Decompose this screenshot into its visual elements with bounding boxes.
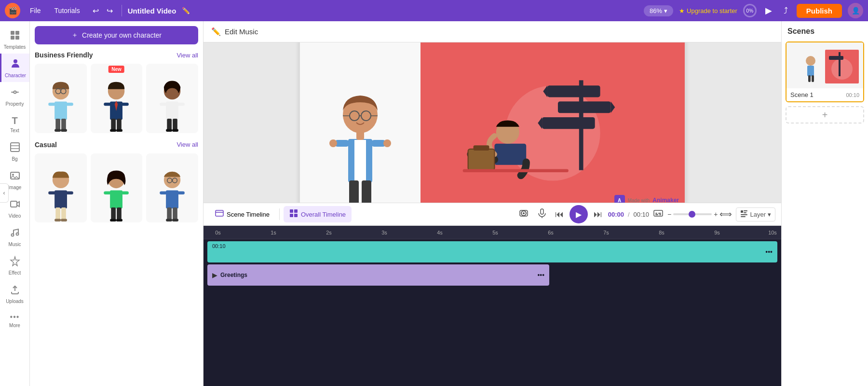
undo-button[interactable]: ↩ — [90, 4, 102, 17]
sidebar-item-uploads[interactable]: Uploads — [0, 279, 29, 308]
expand-timeline-button[interactable]: ⟺ — [719, 209, 732, 220]
svg-rect-46 — [54, 219, 61, 221]
char-card-c1[interactable] — [35, 153, 87, 223]
more-icon: ••• — [10, 313, 20, 321]
canvas-character-area — [300, 42, 420, 203]
svg-point-79 — [383, 139, 391, 147]
layer-button[interactable]: Layer ▾ — [736, 207, 775, 221]
title-edit-icon[interactable]: ✏️ — [182, 7, 190, 14]
star-icon: ★ — [679, 7, 685, 14]
char-card-c2[interactable] — [91, 153, 143, 223]
overall-timeline-tab[interactable]: Overall Timeline — [284, 206, 352, 222]
svg-rect-58 — [122, 192, 129, 194]
edit-music-bar: ✏️ Edit Music — [203, 21, 781, 42]
svg-rect-116 — [659, 214, 661, 215]
char-card-c3[interactable] — [146, 153, 198, 223]
greetings-label: Greetings — [220, 272, 247, 278]
publish-button[interactable]: Publish — [797, 4, 842, 18]
zoom-control[interactable]: 86% ▾ — [644, 5, 673, 16]
text-label: Text — [10, 128, 19, 133]
business-section-title: Business Friendly — [35, 51, 93, 59]
ruler-0s: 0s — [215, 230, 221, 235]
user-avatar[interactable]: 👤 — [848, 3, 863, 18]
skip-forward-button[interactable]: ⏭ — [592, 207, 604, 221]
zoom-chevron-icon: ▾ — [664, 7, 667, 14]
tutorials-menu[interactable]: Tutorials — [51, 5, 84, 16]
progress-circle[interactable]: 0% — [743, 4, 757, 17]
camera-button[interactable] — [516, 206, 531, 223]
upgrade-button[interactable]: ★ Upgrade to starter — [679, 7, 737, 14]
canvas-container: A Made with Animaker — [203, 42, 781, 203]
panel-collapse-button[interactable]: ‹ — [0, 183, 9, 203]
sidebar-item-effect[interactable]: Effect — [0, 251, 29, 279]
time-separator: / — [628, 211, 630, 218]
track-options-icon[interactable]: ••• — [765, 248, 773, 256]
svg-rect-39 — [172, 129, 178, 132]
char-card-bf3[interactable] — [146, 64, 198, 133]
scene-card-1[interactable]: Scene 1 00:10 — [786, 41, 864, 102]
skip-back-button[interactable]: ⏮ — [553, 207, 566, 221]
svg-rect-59 — [166, 190, 178, 208]
svg-rect-125 — [808, 75, 811, 82]
sidebar-item-character[interactable]: Character — [0, 54, 29, 82]
music-icon — [10, 227, 20, 240]
layer-icon — [740, 210, 748, 219]
svg-point-88 — [505, 85, 600, 180]
svg-rect-121 — [741, 216, 746, 217]
svg-rect-18 — [54, 129, 61, 132]
sidebar-item-more[interactable]: ••• More — [0, 308, 29, 332]
casual-view-all[interactable]: View all — [176, 141, 198, 148]
svg-rect-37 — [173, 119, 177, 130]
file-menu[interactable]: File — [26, 5, 45, 16]
image-label: Image — [8, 185, 22, 190]
canvas-wrapper[interactable]: A Made with Animaker — [299, 42, 685, 203]
zoom-in-button[interactable]: + — [714, 210, 718, 218]
property-label: Property — [6, 101, 24, 107]
scene-track[interactable]: 00:10 ••• — [207, 241, 777, 262]
sidebar-item-property[interactable]: Property — [0, 82, 29, 110]
sidebar-item-music[interactable]: Music — [0, 222, 29, 251]
svg-rect-53 — [117, 207, 122, 220]
greetings-options-icon[interactable]: ••• — [537, 271, 544, 279]
business-view-all[interactable]: View all — [176, 52, 198, 59]
new-badge: New — [108, 66, 124, 73]
redo-button[interactable]: ↪ — [104, 4, 116, 17]
svg-rect-54 — [110, 219, 117, 221]
total-time: 00:10 — [634, 211, 650, 218]
svg-rect-36 — [167, 119, 172, 130]
svg-rect-63 — [172, 219, 178, 221]
svg-rect-101 — [216, 210, 223, 216]
scene-timeline-tab[interactable]: Scene Timeline — [209, 206, 275, 222]
svg-rect-29 — [110, 129, 117, 132]
mic-button[interactable] — [535, 206, 549, 223]
char-card-bf2[interactable]: New — [91, 64, 143, 133]
sidebar-item-text[interactable]: T Text — [0, 110, 29, 137]
casual-section-header: Casual View all — [35, 141, 198, 149]
app-logo[interactable]: 🎬 — [5, 3, 20, 18]
share-button[interactable]: ⤴ — [781, 4, 791, 18]
playback-controls: ⏮ ▶ ⏭ — [553, 205, 604, 223]
svg-rect-33 — [122, 103, 129, 106]
bg-icon — [10, 142, 20, 155]
play-button[interactable]: ▶ — [570, 205, 588, 223]
zoom-slider-track[interactable] — [673, 213, 712, 215]
svg-rect-0 — [11, 31, 14, 35]
captions-button[interactable] — [653, 208, 664, 221]
video-title[interactable]: Untitled Video — [128, 7, 176, 15]
zoom-slider-thumb[interactable] — [689, 211, 695, 218]
create-character-button[interactable]: ＋ Create your own character — [35, 26, 198, 44]
greetings-track[interactable]: ▶ Greetings ••• — [207, 264, 549, 286]
video-label: Video — [9, 213, 21, 219]
sidebar-item-templates[interactable]: Templates — [0, 25, 29, 54]
svg-rect-27 — [111, 119, 116, 130]
svg-rect-19 — [61, 129, 67, 132]
character-label: Character — [5, 73, 26, 78]
preview-button[interactable]: ▶ — [762, 3, 775, 18]
zoom-out-button[interactable]: − — [667, 210, 671, 218]
sidebar-item-bg[interactable]: Bg — [0, 137, 29, 165]
add-scene-button[interactable]: + — [786, 106, 864, 124]
char-card-bf1[interactable] — [35, 64, 87, 133]
business-section-header: Business Friendly View all — [35, 51, 198, 59]
svg-rect-42 — [177, 103, 185, 106]
templates-label: Templates — [4, 44, 26, 50]
